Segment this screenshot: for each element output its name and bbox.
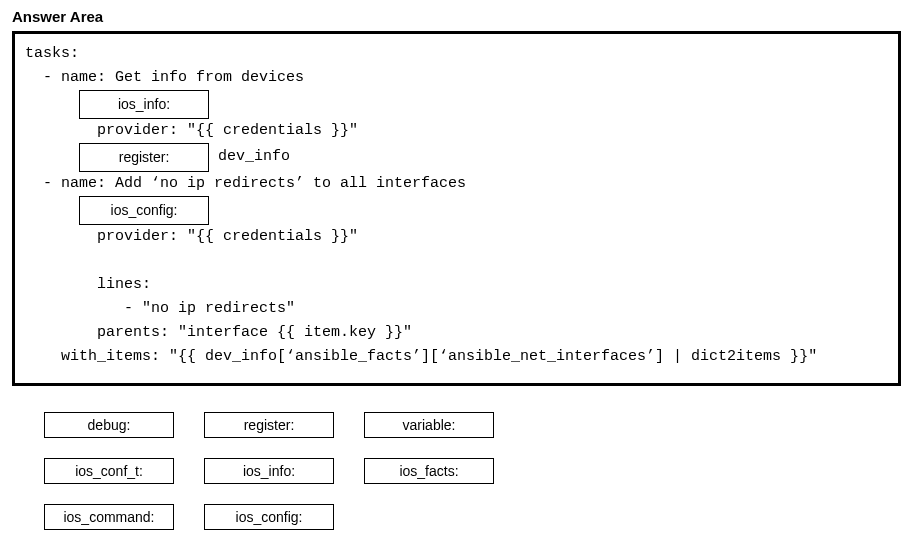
tasks-label: tasks: xyxy=(25,43,79,66)
lines-label: lines: xyxy=(97,274,151,297)
option-debug[interactable]: debug: xyxy=(44,412,174,438)
indent xyxy=(25,226,97,249)
blank xyxy=(25,250,34,273)
options-area: debug: register: variable: ios_conf_t: i… xyxy=(44,412,905,530)
provider-1: provider: "{{ credentials }}" xyxy=(97,120,358,143)
code-box: tasks: - name: Get info from devices ios… xyxy=(12,31,901,386)
option-ios-config[interactable]: ios_config: xyxy=(204,504,334,530)
task2-name: - name: Add ‘no ip redirects’ to all int… xyxy=(25,173,466,196)
indent xyxy=(25,199,79,222)
slot-1[interactable]: ios_info: xyxy=(79,90,209,119)
indent xyxy=(25,322,97,345)
indent xyxy=(25,120,97,143)
option-ios-command[interactable]: ios_command: xyxy=(44,504,174,530)
slot-2[interactable]: register: xyxy=(79,143,209,172)
with-items: with_items: "{{ dev_info[‘ansible_facts’… xyxy=(25,346,817,369)
indent xyxy=(25,274,97,297)
option-row-3: ios_command: ios_config: xyxy=(44,504,905,530)
option-register[interactable]: register: xyxy=(204,412,334,438)
parents: parents: "interface {{ item.key }}" xyxy=(97,322,412,345)
option-ios-facts[interactable]: ios_facts: xyxy=(364,458,494,484)
option-row-2: ios_conf_t: ios_info: ios_facts: xyxy=(44,458,905,484)
task1-name: - name: Get info from devices xyxy=(25,67,304,90)
slot-3[interactable]: ios_config: xyxy=(79,196,209,225)
option-ios-conf-t[interactable]: ios_conf_t: xyxy=(44,458,174,484)
indent xyxy=(25,146,79,169)
option-row-1: debug: register: variable: xyxy=(44,412,905,438)
option-ios-info[interactable]: ios_info: xyxy=(204,458,334,484)
indent xyxy=(25,93,79,116)
indent xyxy=(25,298,97,321)
dev-info: dev_info xyxy=(209,146,290,169)
option-variable[interactable]: variable: xyxy=(364,412,494,438)
lines-item: - "no ip redirects" xyxy=(97,298,295,321)
answer-area-title: Answer Area xyxy=(12,8,905,25)
provider-2: provider: "{{ credentials }}" xyxy=(97,226,358,249)
